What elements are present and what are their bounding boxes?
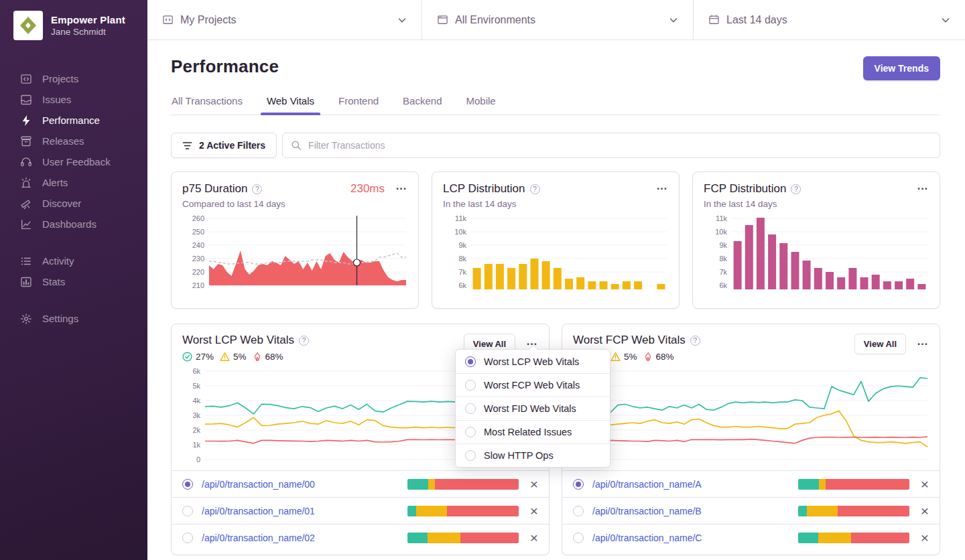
menu-item-label: Worst FID Web Vitals	[484, 403, 576, 414]
tab-all-transactions[interactable]: All Transactions	[171, 95, 243, 115]
chevron-down-icon	[941, 15, 950, 25]
transaction-radio[interactable]	[573, 533, 584, 543]
org-switcher[interactable]: Empower Plant Jane Schmidt	[0, 0, 147, 51]
search-input[interactable]	[308, 140, 931, 151]
card-subtitle: In the last 14 days	[443, 199, 668, 209]
sidebar-item-label: User Feedback	[42, 156, 111, 167]
transaction-radio[interactable]	[573, 506, 584, 516]
menu-item-label: Most Related Issues	[484, 427, 572, 437]
svg-text:240: 240	[192, 241, 204, 249]
tab-mobile[interactable]: Mobile	[465, 95, 496, 115]
sidebar-item-releases[interactable]: Releases	[0, 131, 147, 151]
window-icon	[437, 14, 448, 25]
view-all-button[interactable]: View All	[854, 334, 906, 354]
tab-backend[interactable]: Backend	[402, 95, 442, 115]
help-icon[interactable]	[299, 336, 309, 346]
menu-item-worst-lcp-web-vitals[interactable]: Worst LCP Web Vitals	[456, 350, 610, 373]
menu-item-worst-fid-web-vitals[interactable]: Worst FID Web Vitals	[456, 397, 610, 420]
transaction-link[interactable]: /api/0/transaction_name/02	[202, 533, 315, 543]
menu-item-most-related-issues[interactable]: Most Related Issues	[456, 420, 610, 443]
close-icon[interactable]: ×	[921, 479, 929, 490]
close-icon[interactable]: ×	[921, 533, 929, 543]
sidebar-item-dashboards[interactable]: Dashboards	[0, 214, 147, 234]
transaction-link[interactable]: /api/0/transaction_name/01	[202, 506, 315, 516]
help-icon[interactable]	[690, 336, 700, 346]
sidebar-item-projects[interactable]: Projects	[0, 68, 147, 89]
environment-filter-dropdown[interactable]: All Environments	[422, 0, 694, 40]
close-icon[interactable]: ×	[530, 506, 538, 516]
transaction-link[interactable]: /api/0/transaction_name/B	[592, 506, 702, 516]
stats-icon	[20, 276, 32, 288]
more-options-icon[interactable]	[917, 341, 929, 348]
transaction-link[interactable]: /api/0/transaction_name/C	[592, 533, 702, 543]
sidebar-item-performance[interactable]: Performance	[0, 110, 147, 131]
close-icon[interactable]: ×	[530, 479, 538, 490]
menu-radio[interactable]	[465, 380, 476, 391]
transaction-radio[interactable]	[182, 479, 193, 490]
more-options-icon[interactable]	[395, 186, 407, 192]
main-content: Performance View Trends All Transactions…	[147, 40, 965, 560]
transaction-radio[interactable]	[573, 479, 584, 490]
svg-text:250: 250	[192, 228, 204, 236]
dashboards-icon	[20, 218, 32, 230]
svg-text:4k: 4k	[192, 397, 200, 405]
date-range-dropdown[interactable]: Last 14 days	[694, 0, 965, 40]
sidebar-item-stats[interactable]: Stats	[0, 271, 147, 292]
transaction-radio[interactable]	[182, 506, 193, 516]
sidebar-item-discover[interactable]: Discover	[0, 193, 147, 214]
tab-web-vitals[interactable]: Web Vitals	[266, 95, 315, 115]
view-trends-button[interactable]: View Trends	[863, 56, 940, 80]
svg-text:11k: 11k	[455, 214, 466, 222]
chart-context-menu: Worst LCP Web VitalsWorst FCP Web Vitals…	[455, 349, 610, 468]
org-logo-icon	[13, 11, 43, 40]
help-icon[interactable]	[252, 184, 262, 194]
project-filter-dropdown[interactable]: My Projects	[147, 0, 422, 40]
more-options-icon[interactable]	[917, 186, 929, 192]
menu-item-label: Slow HTTP Ops	[484, 450, 554, 461]
menu-radio[interactable]	[465, 427, 476, 437]
menu-item-slow-http-ops[interactable]: Slow HTTP Ops	[456, 443, 610, 467]
sidebar-item-user-feedback[interactable]: User Feedback	[0, 151, 147, 172]
transaction-radio[interactable]	[182, 533, 193, 543]
sidebar-item-settings[interactable]: Settings	[0, 308, 147, 329]
svg-text:8k: 8k	[458, 255, 466, 263]
releases-icon	[20, 135, 32, 147]
sidebar-item-label: Releases	[42, 135, 84, 147]
more-options-icon[interactable]	[656, 186, 668, 192]
performance-tabs: All TransactionsWeb VitalsFrontendBacken…	[171, 95, 940, 115]
sidebar-item-label: Activity	[42, 255, 74, 267]
menu-radio[interactable]	[465, 450, 476, 461]
meh-segment	[819, 479, 826, 490]
org-name: Empower Plant	[51, 14, 125, 25]
close-icon[interactable]: ×	[921, 506, 929, 516]
vital-stat-poor: 68%	[253, 352, 283, 362]
vitals-breakdown-bar	[407, 506, 519, 516]
transaction-link[interactable]: /api/0/transaction_name/00	[202, 479, 315, 490]
poor-segment	[447, 506, 518, 516]
active-filters-button[interactable]: 2 Active Filters	[171, 133, 277, 158]
transaction-row: /api/0/transaction_name/C×	[562, 524, 940, 551]
help-icon[interactable]	[530, 184, 540, 194]
fcp-distribution-chart: 11k10k9k8k7k6k	[704, 214, 930, 296]
sidebar-item-label: Settings	[42, 313, 78, 324]
menu-item-worst-fcp-web-vitals[interactable]: Worst FCP Web Vitals	[456, 373, 610, 397]
svg-text:7k: 7k	[719, 268, 727, 276]
good-segment	[798, 533, 818, 543]
sidebar-item-activity[interactable]: Activity	[0, 251, 147, 271]
vital-stat-value: 5%	[624, 352, 637, 362]
card-subtitle: In the last 14 days	[704, 199, 929, 209]
transaction-link[interactable]: /api/0/transaction_name/A	[592, 479, 702, 490]
sidebar-item-label: Dashboards	[42, 218, 96, 230]
card-title: p75 Duration	[182, 182, 247, 196]
menu-radio[interactable]	[465, 403, 476, 414]
card-title: Worst LCP Web Vitals	[182, 334, 294, 347]
sidebar-item-alerts[interactable]: Alerts	[0, 172, 147, 193]
menu-radio[interactable]	[465, 356, 476, 367]
vitals-breakdown-bar	[798, 533, 909, 543]
meh-segment	[807, 506, 838, 516]
tab-frontend[interactable]: Frontend	[338, 95, 379, 115]
svg-text:5k: 5k	[192, 382, 200, 390]
close-icon[interactable]: ×	[530, 533, 538, 543]
help-icon[interactable]	[791, 184, 801, 194]
sidebar-item-issues[interactable]: Issues	[0, 89, 147, 110]
